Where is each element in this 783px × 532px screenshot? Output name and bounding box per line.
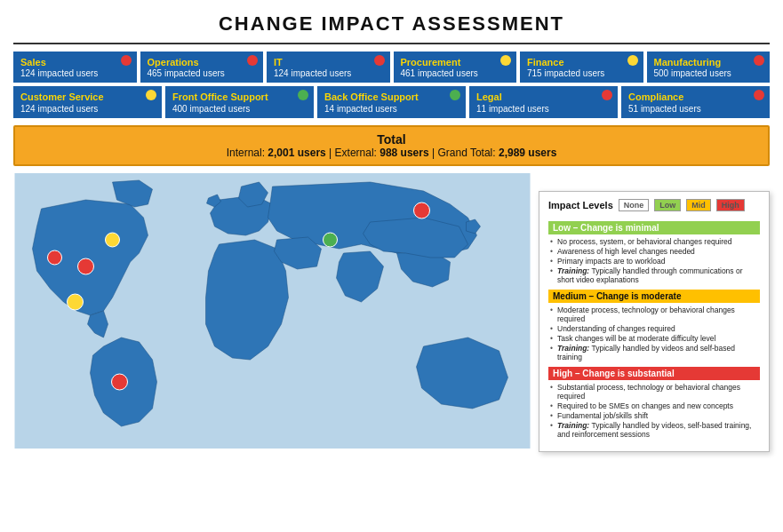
dept-card-operations: Operations 465 impacted users [140,52,264,83]
impact-bullet: Substantial process, technology or behav… [550,383,758,401]
internal-label: Internal: [227,147,265,159]
sep2: | [432,147,435,159]
svg-point-7 [414,202,430,218]
dept-dot [247,55,258,66]
dept-name: Compliance [628,91,763,103]
department-grid: Sales 124 impacted users Operations 465 … [13,52,770,118]
svg-point-2 [78,258,94,274]
svg-point-3 [68,294,84,310]
dept-name: Customer Service [20,91,155,103]
impact-section-header: Medium – Change is moderate [548,290,760,303]
page: CHANGE IMPACT ASSESSMENT Sales 124 impac… [0,0,783,457]
dept-users: 51 impacted users [628,104,763,114]
grand-label: Grand Total: [437,147,495,159]
dept-name: IT [274,56,383,68]
impact-levels-row: None Low Mid High [619,199,747,211]
dept-users: 500 impacted users [654,68,763,78]
svg-point-6 [324,233,338,247]
impact-legend: Impact Levels None Low Mid High Low – Ch… [539,191,770,452]
dept-name: Operations [148,56,257,68]
dept-dot [146,90,156,100]
dept-dot [754,55,764,66]
dept-name: Front Office Support [172,91,307,103]
dept-card-legal: Legal 11 impacted users [469,86,618,117]
total-bar: Total Internal: 2,001 users | External: … [13,125,770,166]
svg-point-4 [112,374,128,390]
impact-section-medium: Medium – Change is moderate Moderate pro… [548,290,760,361]
dept-dot [121,55,132,66]
dept-users: 461 impacted users [401,68,510,78]
dept-card-finance: Finance 715 impacted users [520,52,643,83]
svg-point-1 [48,250,62,265]
dept-dot [602,90,612,100]
dept-name: Procurement [401,56,510,68]
dept-card-procurement: Procurement 461 impacted users [394,52,517,83]
map-section: Impact Levels None Low Mid High Low – Ch… [13,173,770,452]
impact-bullet: Primary impacts are to workload [550,257,758,266]
dept-name: Sales [20,56,130,68]
external-label: External: [335,147,377,159]
impact-bullet: Understanding of changes required [550,324,758,333]
impact-bullet: No process, system, or behavioral change… [550,237,758,246]
impact-bullet: Awareness of high level changes needed [550,247,758,256]
total-label: Total [24,132,759,147]
level-mid: Mid [686,199,711,211]
dept-users: 400 impacted users [172,104,307,114]
level-high: High [716,199,745,211]
dept-card-back-office-support: Back Office Support 14 impacted users [317,86,466,117]
impact-section-header: Low – Change is minimal [548,221,760,234]
page-title: CHANGE IMPACT ASSESSMENT [13,12,770,36]
dept-dot [298,90,308,100]
svg-point-5 [106,233,120,247]
dept-users: 715 impacted users [527,68,636,78]
dept-name: Legal [476,91,611,103]
dept-dot [450,90,460,100]
total-detail: Internal: 2,001 users | External: 988 us… [24,147,759,159]
level-low: Low [654,199,681,211]
dept-card-it: IT 124 impacted users [267,52,390,83]
grand-value: 2,989 users [499,147,556,159]
internal-value: 2,001 users [268,147,325,159]
dept-users: 124 impacted users [274,68,383,78]
impact-bullets: Substantial process, technology or behav… [548,383,760,439]
dept-name: Back Office Support [324,91,459,103]
dept-card-compliance: Compliance 51 impacted users [621,86,770,117]
dept-dot [754,90,764,100]
dept-users: 14 impacted users [324,104,459,114]
dept-row-1: Sales 124 impacted users Operations 465 … [13,52,770,83]
impact-bullet: Moderate process, technology or behavior… [550,306,758,323]
impact-sections-container: Low – Change is minimal No process, syst… [548,221,760,439]
dept-card-front-office-support: Front Office Support 400 impacted users [165,86,314,117]
impact-bullet: Required to be SMEs on changes and new c… [550,401,758,410]
map-container [13,173,531,449]
sep1: | [329,147,332,159]
world-map [13,173,531,449]
impact-bullet: Training: Typically handled through comm… [550,266,758,284]
impact-bullets: No process, system, or behavioral change… [548,237,760,284]
dept-card-manufacturing: Manufacturing 500 impacted users [647,52,771,83]
dept-users: 124 impacted users [20,104,155,114]
title-bar: CHANGE IMPACT ASSESSMENT [13,9,770,44]
dept-row-2: Customer Service 124 impacted users Fron… [13,86,770,117]
external-value: 988 users [380,147,428,159]
dept-card-customer-service: Customer Service 124 impacted users [13,86,162,117]
impact-legend-title: Impact Levels [548,200,613,210]
dept-dot [374,55,385,66]
impact-section-high: High – Change is substantial Substantial… [548,367,760,439]
impact-bullet: Task changes will be at moderate difficu… [550,334,758,343]
impact-bullets: Moderate process, technology or behavior… [548,306,760,361]
dept-card-sales: Sales 124 impacted users [13,52,137,83]
dept-dot [627,55,638,66]
dept-dot [500,55,511,66]
impact-bullet: Training: Typically handled by videos an… [550,344,758,361]
dept-users: 11 impacted users [476,104,611,114]
dept-users: 465 impacted users [148,68,257,78]
impact-section-low: Low – Change is minimal No process, syst… [548,221,760,284]
level-none: None [619,199,650,211]
dept-name: Finance [527,56,636,68]
dept-name: Manufacturing [654,56,763,68]
impact-section-header: High – Change is substantial [548,367,760,380]
impact-bullet: Training: Typically handled by videos, s… [550,421,758,439]
impact-bullet: Fundamental job/skills shift [550,411,758,420]
dept-users: 124 impacted users [20,68,130,78]
